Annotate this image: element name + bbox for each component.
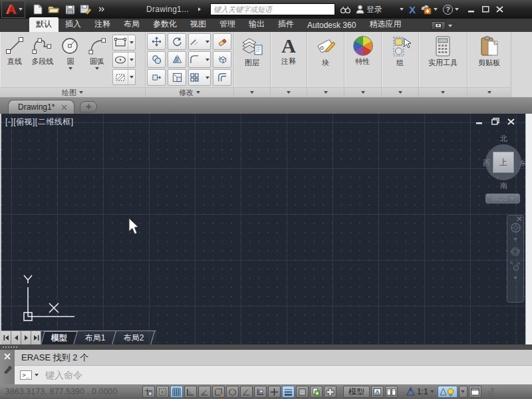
drawing-restore-button[interactable]	[491, 118, 499, 125]
object-snap-button[interactable]	[212, 386, 225, 398]
move-button[interactable]	[147, 33, 166, 50]
exchange-apps-button[interactable]: X	[409, 4, 416, 15]
quick-view-drawings-button[interactable]	[371, 386, 384, 398]
search-input[interactable]	[210, 3, 335, 15]
block-button[interactable]: 块	[312, 33, 340, 68]
fillet-dropdown-caret[interactable]	[205, 59, 209, 61]
open-file-button[interactable]	[48, 3, 60, 15]
tab-featured-apps[interactable]: 精选应用	[362, 17, 408, 32]
tab-manage[interactable]: 管理	[213, 17, 242, 32]
rectangle-button[interactable]	[112, 35, 136, 51]
new-drawing-tab-button[interactable]	[80, 101, 97, 112]
tab-output[interactable]: 输出	[242, 17, 271, 32]
viewcube-south-label[interactable]: 南	[500, 181, 507, 191]
fillet-button[interactable]	[188, 51, 211, 68]
layers-panel-title[interactable]	[234, 87, 270, 97]
arc-button[interactable]: 圆弧	[84, 33, 110, 70]
dynamic-input-button[interactable]	[268, 386, 281, 398]
command-input[interactable]	[45, 370, 532, 380]
grid-display-button[interactable]	[170, 386, 183, 398]
wcs-dropdown[interactable]: WCS	[485, 194, 520, 203]
lineweight-button[interactable]	[282, 386, 295, 398]
qat-customize-button[interactable]	[96, 3, 108, 15]
stretch-button[interactable]	[147, 69, 166, 86]
application-menu-button[interactable]	[1, 1, 25, 18]
tab-model[interactable]: 模型	[41, 331, 78, 344]
drawing-minimize-button[interactable]	[476, 118, 483, 125]
tab-layout[interactable]: 布局	[117, 17, 146, 32]
search-button[interactable]	[340, 5, 350, 14]
trim-dropdown-caret[interactable]	[205, 41, 209, 43]
pan-hand-icon[interactable]	[510, 245, 521, 257]
tab-insert[interactable]: 插入	[59, 17, 88, 32]
array-dropdown-caret[interactable]	[205, 76, 209, 79]
polar-tracking-button[interactable]	[198, 386, 211, 398]
sign-in-button[interactable]: 登录	[356, 4, 382, 15]
draw-panel-title[interactable]: 绘图	[0, 87, 145, 97]
erase-button[interactable]	[213, 33, 231, 50]
viewcube[interactable]: 北 西 东 南 上	[484, 134, 524, 191]
new-file-button[interactable]	[32, 3, 44, 15]
array-button[interactable]	[188, 69, 211, 86]
group-button[interactable]: 组	[386, 33, 414, 68]
transparency-button[interactable]	[296, 386, 309, 398]
layers-button[interactable]: 图层	[238, 33, 266, 68]
hatch-dropdown[interactable]	[128, 70, 135, 84]
dynamic-ucs-button[interactable]	[254, 386, 267, 398]
mirror-button[interactable]	[168, 51, 186, 68]
quick-properties-button[interactable]	[310, 386, 323, 398]
3d-object-snap-button[interactable]	[226, 386, 239, 398]
ellipse-button[interactable]	[112, 52, 136, 68]
scale-button[interactable]	[168, 69, 186, 86]
viewcube-top-face[interactable]: 上	[493, 152, 514, 173]
block-panel-title[interactable]	[307, 87, 344, 97]
zoom-extents-icon[interactable]	[510, 261, 521, 272]
offset-button[interactable]	[213, 69, 231, 86]
clipboard-panel-title[interactable]	[467, 87, 511, 97]
viewport-controls-label[interactable]: [-][俯视][二维线框]	[5, 116, 74, 128]
application-status-menu-button[interactable]	[469, 386, 481, 398]
ribbon-minimize-caret-icon[interactable]	[448, 25, 452, 27]
file-tab-drawing1[interactable]: Drawing1*	[8, 100, 74, 114]
navbar-wheel-caret-icon[interactable]	[513, 238, 517, 241]
tab-layout1[interactable]: 布局1	[75, 331, 116, 344]
properties-button[interactable]: 特性	[350, 33, 376, 67]
ortho-mode-button[interactable]	[184, 386, 197, 398]
object-snap-tracking-button[interactable]	[240, 386, 253, 398]
steering-wheel-icon[interactable]	[510, 222, 521, 233]
tab-home[interactable]: 默认	[29, 17, 59, 32]
infer-constraints-button[interactable]	[142, 386, 155, 398]
ucs-icon[interactable]	[5, 274, 92, 327]
navbar-close-icon[interactable]	[517, 216, 522, 221]
clipboard-button[interactable]: 剪贴板	[475, 33, 503, 68]
close-button[interactable]	[496, 6, 503, 13]
resize-grip[interactable]	[485, 387, 495, 397]
vertical-scrollbar[interactable]	[525, 114, 532, 344]
recent-commands-caret-icon[interactable]	[35, 374, 39, 376]
save-as-button[interactable]	[80, 3, 92, 15]
tab-view[interactable]: 视图	[184, 17, 213, 32]
ribbon-minimize-button[interactable]	[431, 21, 446, 30]
ellipse-dropdown[interactable]	[128, 53, 135, 67]
command-customize-wrench-icon[interactable]	[3, 365, 12, 374]
explode-button[interactable]	[213, 51, 231, 68]
rectangle-dropdown[interactable]	[128, 35, 135, 50]
signin-caret[interactable]	[400, 8, 404, 11]
tab-parametric[interactable]: 参数化	[146, 17, 184, 32]
arc-dropdown-caret-icon[interactable]	[95, 67, 99, 70]
title-flyout-caret-icon[interactable]	[198, 7, 201, 11]
file-tab-close-icon[interactable]	[61, 104, 67, 110]
modify-panel-title[interactable]: 修改	[146, 87, 233, 97]
next-layout-button[interactable]	[21, 331, 31, 344]
drawing-canvas[interactable]: [-][俯视][二维线框] 北 西 东 南 上 WCS	[0, 114, 532, 344]
polyline-button[interactable]: 多段线	[28, 33, 57, 67]
minimize-button[interactable]	[468, 6, 475, 13]
annotation-scale-button[interactable]: 1:1	[404, 387, 437, 396]
coordinates-display[interactable]: 3863.3173, 877.5390 , 0.0000	[5, 387, 142, 396]
annotation-button[interactable]: A 注释	[279, 33, 299, 67]
tab-annotate[interactable]: 注释	[88, 17, 117, 32]
tab-layout2[interactable]: 布局2	[114, 331, 154, 344]
properties-panel-title[interactable]	[344, 87, 381, 97]
rotate-button[interactable]	[168, 33, 186, 50]
help-button[interactable]: ?	[443, 5, 459, 15]
